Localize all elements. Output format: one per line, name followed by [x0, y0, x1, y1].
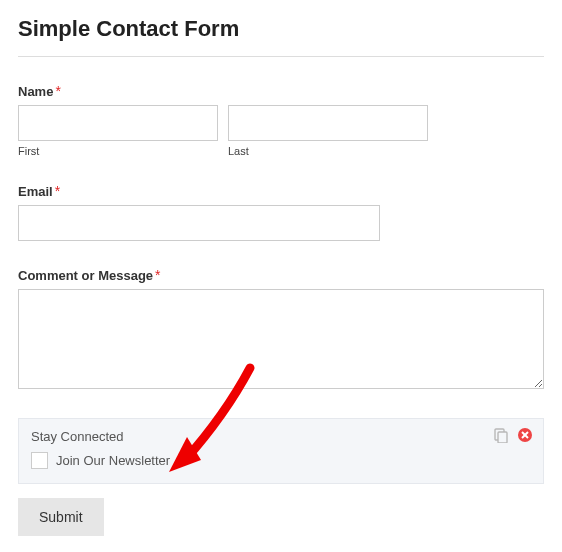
- required-marker: *: [55, 83, 60, 99]
- name-field-group: Name* First Last: [18, 83, 544, 157]
- stay-connected-title: Stay Connected: [31, 429, 531, 444]
- stay-connected-block[interactable]: Stay Connected Join Our Newsletter: [18, 418, 544, 484]
- email-label: Email: [18, 184, 53, 199]
- comment-field-group: Comment or Message*: [18, 267, 544, 392]
- delete-icon[interactable]: [517, 427, 533, 443]
- name-label: Name: [18, 84, 53, 99]
- newsletter-checkbox-row[interactable]: Join Our Newsletter: [31, 452, 531, 469]
- first-name-sublabel: First: [18, 145, 218, 157]
- comment-textarea[interactable]: [18, 289, 544, 389]
- first-name-input[interactable]: [18, 105, 218, 141]
- duplicate-icon[interactable]: [493, 427, 509, 443]
- email-input[interactable]: [18, 205, 380, 241]
- svg-rect-1: [498, 432, 507, 443]
- newsletter-checkbox[interactable]: [31, 452, 48, 469]
- newsletter-checkbox-label: Join Our Newsletter: [56, 453, 170, 468]
- divider: [18, 56, 544, 57]
- email-field-group: Email*: [18, 183, 544, 241]
- required-marker: *: [55, 183, 60, 199]
- last-name-sublabel: Last: [228, 145, 428, 157]
- comment-label: Comment or Message: [18, 268, 153, 283]
- required-marker: *: [155, 267, 160, 283]
- form-title: Simple Contact Form: [18, 16, 544, 42]
- block-actions: [493, 427, 533, 443]
- last-name-input[interactable]: [228, 105, 428, 141]
- submit-button[interactable]: Submit: [18, 498, 104, 536]
